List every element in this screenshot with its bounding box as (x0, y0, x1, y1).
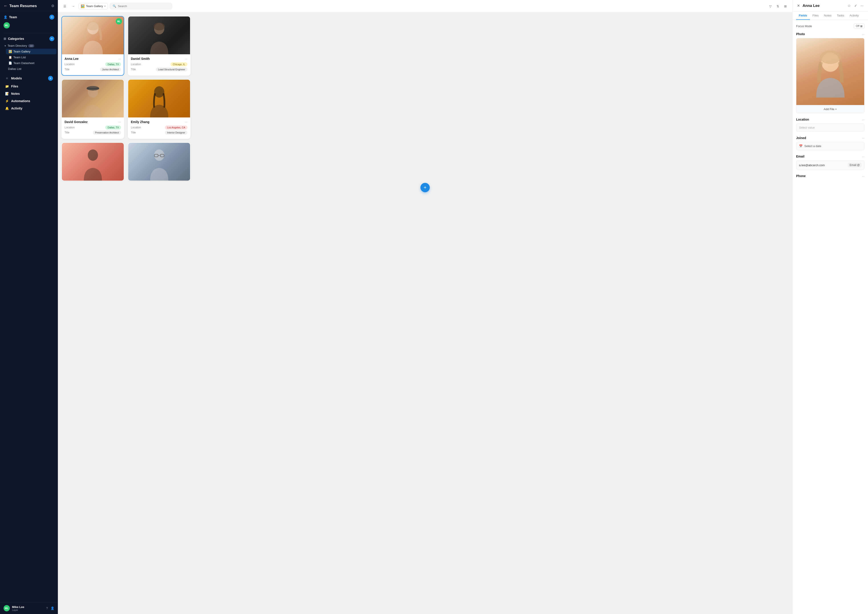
tab-files[interactable]: Files (810, 12, 821, 20)
star-icon[interactable]: ☆ (48, 50, 51, 53)
card-image-daniel (128, 17, 190, 54)
location-label-david: Location (65, 126, 75, 129)
sidebar-item-models[interactable]: ⚛ Models + (2, 74, 56, 82)
settings-icon[interactable]: ⚙ (51, 4, 54, 8)
sidebar-app-title: Team Resumes (9, 4, 37, 8)
tab-activity[interactable]: Activity (847, 12, 861, 20)
list-label: Team List (13, 56, 54, 59)
dallas-list-item[interactable]: Dallas List (2, 66, 56, 71)
sidebar-item-files[interactable]: 📁 Files (2, 83, 56, 90)
help-icon[interactable]: ? (46, 606, 48, 610)
categories-header[interactable]: ⊞ Categories + (0, 35, 58, 42)
team-directory-tree: ▼ Team Directory 10 ··· 🖼️ Team Gallery … (0, 42, 58, 72)
filter-button[interactable]: ▽ (767, 3, 773, 9)
view-label: Team Gallery (86, 5, 103, 8)
gallery-card-david[interactable]: David Gonzalez ··· Location Dallas, TX T… (61, 79, 124, 139)
gallery-card-anna[interactable]: ML Anna Lee (61, 16, 124, 76)
sidebar-header: ← Team Resumes ⚙ (0, 0, 58, 11)
joined-more-icon[interactable]: ··· (862, 136, 865, 140)
phone-more-icon[interactable]: ··· (862, 174, 865, 178)
sidebar: ← Team Resumes ⚙ 👤 Team + ML ⊞ Categorie… (0, 0, 58, 614)
notes-label: Notes (11, 92, 20, 95)
location-label-daniel: Location (131, 63, 141, 66)
email-field[interactable]: a.lee@abcarch.com Email @ (796, 160, 865, 170)
title-label-daniel: Title (131, 68, 136, 71)
date-select[interactable]: 📅 Select a date (796, 142, 865, 150)
sidebar-item-team-datasheet[interactable]: 📄 Team Datasheet (6, 60, 56, 66)
tab-fields[interactable]: Fields (796, 12, 810, 20)
sidebar-item-notes[interactable]: 📝 Notes (2, 90, 56, 97)
card-header-daniel: Daniel Smith ··· (131, 57, 187, 60)
card-more-emily[interactable]: ··· (185, 120, 187, 124)
group-icon: ⊞ (784, 5, 787, 8)
close-button[interactable]: ✕ (796, 3, 801, 9)
search-bar[interactable]: 🔍 (110, 3, 172, 9)
view-selector[interactable]: 🖼️ Team Gallery ▾ (78, 3, 108, 9)
detail-more-icon[interactable]: ··· (860, 3, 865, 9)
tab-tasks[interactable]: Tasks (834, 12, 847, 20)
photo-more-icon[interactable]: ··· (862, 33, 865, 36)
gallery-label: Team Gallery (13, 50, 47, 53)
hamburger-button[interactable]: ☰ (61, 3, 68, 9)
back-icon[interactable]: ← (3, 3, 8, 8)
detail-name: Anna Lee (803, 3, 820, 8)
team-avatars: ML (0, 21, 58, 30)
card-more-daniel[interactable]: ··· (185, 57, 187, 60)
card-body-emily: Emily Zhang ··· Location Los Angeles, CA… (128, 118, 190, 138)
add-category-button[interactable]: + (50, 36, 54, 41)
sidebar-item-team-gallery[interactable]: 🖼️ Team Gallery ☆ ··· (6, 49, 56, 54)
sidebar-item-activity[interactable]: 🔔 Activity (2, 105, 56, 112)
star-icon[interactable]: ☆ (847, 3, 851, 9)
toolbar-actions: ▽ ⇅ ⊞ (767, 3, 789, 9)
card-title-row-anna: Title Junior Architect (65, 67, 121, 71)
gallery-card-daniel[interactable]: Daniel Smith ··· Location Chicago, IL Ti… (128, 16, 191, 76)
tree-more-icon[interactable]: ··· (52, 44, 54, 47)
photo-container: Add File + (796, 38, 865, 113)
card-more-david[interactable]: ··· (118, 120, 121, 124)
card-more-anna[interactable]: ··· (118, 57, 121, 60)
add-model-button[interactable]: + (48, 76, 53, 81)
datasheet-label: Team Datasheet (13, 61, 54, 65)
check-icon[interactable]: ✓ (853, 3, 858, 9)
photo-section: Photo ··· Add File (796, 32, 865, 113)
location-field[interactable]: Select value (796, 124, 865, 132)
gallery-card-person6[interactable] (128, 143, 191, 181)
add-team-button[interactable]: + (50, 15, 54, 20)
gallery-card-person5[interactable] (61, 143, 124, 181)
more-icon[interactable]: ··· (51, 50, 54, 53)
files-icon: 📁 (5, 85, 9, 88)
dallas-list-label: Dallas List (8, 67, 54, 71)
focus-mode-toggle[interactable]: Off ▦ (854, 23, 865, 29)
add-record-button[interactable]: + (421, 183, 430, 192)
add-file-button[interactable]: Add File + (797, 105, 864, 113)
team-directory-item[interactable]: ▼ Team Directory 10 ··· (2, 43, 56, 48)
search-input[interactable] (118, 5, 169, 8)
sort-button[interactable]: ⇅ (775, 3, 781, 9)
categories-title: ⊞ Categories (3, 37, 24, 40)
gallery-card-emily[interactable]: Emily Zhang ··· Location Los Angeles, CA… (128, 79, 191, 139)
location-more-icon[interactable]: ··· (862, 118, 865, 121)
location-tag-anna: Dallas, TX (105, 62, 121, 66)
forward-button[interactable]: → (70, 3, 76, 9)
detail-header-left: ✕ Anna Lee (796, 3, 820, 9)
team-section: 👤 Team + ML (0, 11, 58, 32)
team-section-header[interactable]: 👤 Team + (0, 13, 58, 21)
daniel-silhouette (128, 17, 190, 54)
svg-point-14 (820, 51, 841, 64)
footer-user-info: Mike Lee Layer (12, 605, 24, 611)
toggle-off-label: Off (856, 25, 859, 28)
detail-body: Focus Mode Off ▦ Photo ··· (793, 20, 868, 614)
card-body-david: David Gonzalez ··· Location Dallas, TX T… (62, 118, 124, 138)
tab-notes[interactable]: Notes (821, 12, 834, 20)
group-button[interactable]: ⊞ (782, 3, 789, 9)
title-tag-anna: Junior Architect (100, 67, 121, 71)
date-select-label: Select a date (804, 144, 821, 148)
sidebar-item-automations[interactable]: ⚡ Automations (2, 98, 56, 105)
datasheet-icon: 📄 (8, 61, 12, 65)
automations-label: Automations (11, 99, 30, 103)
email-more-icon[interactable]: ··· (862, 155, 865, 158)
card-image-person6 (128, 143, 190, 181)
user-icon[interactable]: 👤 (51, 606, 54, 610)
anna-silhouette (62, 17, 124, 54)
sidebar-item-team-list[interactable]: 📋 Team List (6, 54, 56, 60)
